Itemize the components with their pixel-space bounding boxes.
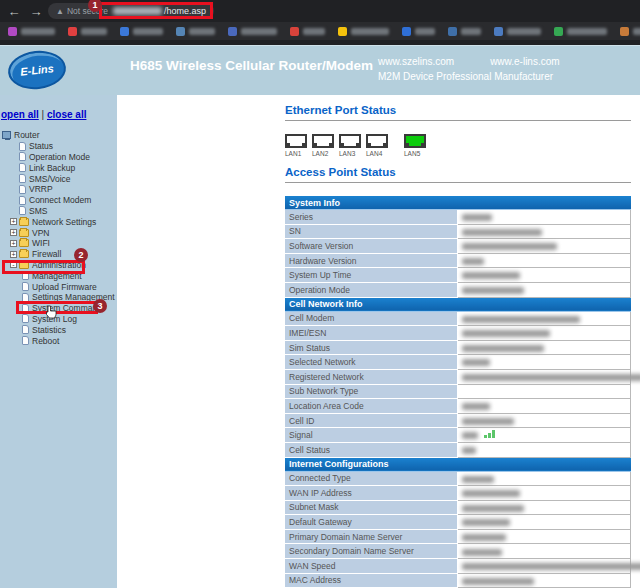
sidebar-item-status[interactable]: Status xyxy=(0,141,117,152)
sidebar-item-upload-firmware[interactable]: Upload Firmware xyxy=(0,281,117,292)
port-label: LAN2 xyxy=(312,150,339,157)
header-tagline: M2M Device Professional Manufacturer xyxy=(378,71,553,82)
row-label: WAN Speed xyxy=(285,559,458,574)
row-label: Secondary Domain Name Server xyxy=(285,544,458,559)
expand-plus-icon[interactable]: + xyxy=(10,240,17,247)
row-value xyxy=(458,428,631,443)
bookmark-item[interactable] xyxy=(402,27,435,36)
sidebar-item-label: Network Settings xyxy=(32,217,96,227)
site-header: E-Lins H685 Wireless Cellular Router/Mod… xyxy=(0,45,640,95)
screen: ← → ▲ Not secure /home.asp E-Lins H685 W… xyxy=(0,0,640,588)
row-value xyxy=(458,224,631,239)
bookmark-item[interactable] xyxy=(554,27,607,36)
sidebar-item-network-settings[interactable]: +Network Settings xyxy=(0,216,117,227)
sidebar-item-label: Connect Modem xyxy=(29,195,91,205)
sidebar-item-wifi[interactable]: +WIFI xyxy=(0,238,117,249)
redacted-value xyxy=(462,490,520,497)
sidebar-item-label: Statistics xyxy=(32,325,66,335)
redacted-value xyxy=(462,418,514,425)
sidebar-item-vpn[interactable]: +VPN xyxy=(0,227,117,238)
sidebar-item-reboot[interactable]: Reboot xyxy=(0,335,117,346)
logo-text: E-Lins xyxy=(20,62,55,77)
ethernet-port-status-heading: Ethernet Port Status xyxy=(285,104,631,116)
redacted-value xyxy=(462,447,476,454)
sidebar-item-system-log[interactable]: System Log xyxy=(0,314,117,325)
page-icon xyxy=(22,271,29,280)
row-value xyxy=(458,442,631,457)
ethernet-port-labels: LAN1LAN2LAN3LAN4LAN5 xyxy=(285,150,631,157)
bookmark-item[interactable] xyxy=(620,27,640,36)
sidebar-item-management[interactable]: Management xyxy=(0,270,117,281)
page-title: H685 Wireless Cellular Router/Modem xyxy=(130,58,373,73)
nav-tree: RouterStatusOperation ModeLink BackupSMS… xyxy=(0,130,117,346)
access-point-status-heading: Access Point Status xyxy=(285,166,631,178)
table-row: Selected Network xyxy=(285,355,631,370)
bookmark-favicon xyxy=(554,27,563,36)
folder-icon xyxy=(19,239,29,247)
row-label: Cell Modem xyxy=(285,311,458,326)
sidebar-item-settings-management[interactable]: Settings Management xyxy=(0,292,117,303)
divider xyxy=(285,182,631,183)
row-value xyxy=(458,573,631,588)
router-web-page: E-Lins H685 Wireless Cellular Router/Mod… xyxy=(0,45,640,588)
redacted-value xyxy=(462,374,640,381)
bookmark-label-redacted xyxy=(189,28,215,35)
redacted-value xyxy=(462,578,534,585)
address-bar[interactable]: ▲ Not secure /home.asp xyxy=(48,3,214,19)
expand-plus-icon[interactable]: + xyxy=(10,229,17,236)
sidebar-item-link-backup[interactable]: Link Backup xyxy=(0,162,117,173)
browser-toolbar: ← → ▲ Not secure /home.asp xyxy=(0,0,640,22)
redacted-value xyxy=(462,345,544,352)
sidebar-item-vrrp[interactable]: VRRP xyxy=(0,184,117,195)
page-icon xyxy=(22,282,29,291)
row-label: Default Gateway xyxy=(285,515,458,530)
redacted-value xyxy=(462,330,550,337)
row-value xyxy=(458,326,631,341)
redacted-value xyxy=(462,519,510,526)
forward-icon[interactable]: → xyxy=(28,4,44,19)
bookmark-item[interactable] xyxy=(176,27,215,36)
sidebar-item-connect-modem[interactable]: Connect Modem xyxy=(0,195,117,206)
sidebar-item-sms[interactable]: SMS xyxy=(0,206,117,217)
bookmark-item[interactable] xyxy=(290,27,325,36)
bookmark-label-redacted xyxy=(633,28,640,35)
expand-plus-icon[interactable]: + xyxy=(10,218,17,225)
row-value xyxy=(458,515,631,530)
sidebar-item-router[interactable]: Router xyxy=(0,130,117,141)
sidebar-item-sms-voice[interactable]: SMS/Voice xyxy=(0,173,117,184)
expand-plus-icon[interactable]: + xyxy=(10,251,17,258)
redacted-value xyxy=(462,403,490,410)
redacted-value xyxy=(462,229,542,236)
sidebar-item-firewall[interactable]: +Firewall xyxy=(0,249,117,260)
website-szelins: www.szelins.com xyxy=(378,56,454,67)
ethernet-port-icon-lan2 xyxy=(312,134,334,148)
ethernet-port-icon-lan5 xyxy=(404,134,426,148)
collapse-minus-icon[interactable]: - xyxy=(10,261,17,268)
sidebar-item-operation-mode[interactable]: Operation Mode xyxy=(0,152,117,163)
bookmark-favicon xyxy=(338,27,347,36)
sidebar-item-statistics[interactable]: Statistics xyxy=(0,324,117,335)
bookmark-item[interactable] xyxy=(120,27,163,36)
redacted-value xyxy=(462,287,524,294)
row-value xyxy=(458,282,631,297)
table-row: IMEI/ESN xyxy=(285,326,631,341)
open-all-link[interactable]: open all xyxy=(1,109,39,120)
bookmark-item[interactable] xyxy=(68,27,107,36)
bookmark-item[interactable] xyxy=(338,27,389,36)
back-icon[interactable]: ← xyxy=(6,4,22,19)
sidebar-item-system-command[interactable]: System Command xyxy=(0,303,117,314)
bookmark-item[interactable] xyxy=(228,27,277,36)
bookmark-label-redacted xyxy=(133,28,163,35)
table-row: Cell ID xyxy=(285,413,631,428)
bookmark-label-redacted xyxy=(461,28,481,35)
close-all-link[interactable]: close all xyxy=(47,109,86,120)
port-label: LAN4 xyxy=(366,150,393,157)
sidebar-item-label: Operation Mode xyxy=(29,152,90,162)
sidebar-item-label: Management xyxy=(32,271,82,281)
row-value xyxy=(458,384,631,399)
bookmark-label-redacted xyxy=(507,28,541,35)
sidebar-item-administration[interactable]: -Administration xyxy=(0,260,117,271)
bookmark-item[interactable] xyxy=(494,27,541,36)
bookmark-item[interactable] xyxy=(8,27,55,36)
bookmark-item[interactable] xyxy=(448,27,481,36)
